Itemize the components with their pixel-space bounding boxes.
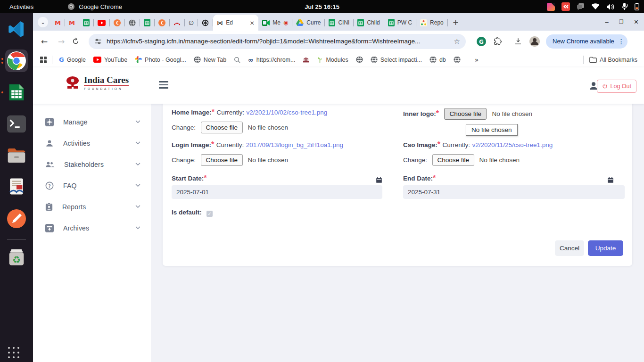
- dock-terminal-icon[interactable]: [5, 113, 28, 135]
- bookmark-photo-googl[interactable]: Photo - Googl...: [135, 56, 186, 63]
- bookmark-search[interactable]: [234, 57, 240, 63]
- dock-libreoffice-calc-icon[interactable]: [5, 81, 28, 104]
- wifi-icon[interactable]: [591, 3, 600, 10]
- brand-subtitle: FOUNDATION: [84, 87, 129, 90]
- bookmark-google[interactable]: GGoogle: [59, 56, 86, 63]
- tab-curre[interactable]: Curre: [292, 15, 324, 31]
- pinned-tab-gmail[interactable]: M: [51, 16, 65, 30]
- all-bookmarks-folder[interactable]: All Bookmarks: [589, 57, 637, 63]
- forward-button[interactable]: →: [55, 37, 68, 46]
- cso-image-choose-file-button[interactable]: Choose file: [432, 154, 475, 166]
- restore-button[interactable]: ❐: [619, 19, 624, 25]
- reload-button[interactable]: [72, 37, 85, 45]
- grammarly-extension-icon[interactable]: G: [476, 36, 487, 47]
- start-date-calendar-icon[interactable]: [376, 177, 382, 183]
- sidebar-item-stakeholders[interactable]: Stakeholders: [33, 154, 151, 175]
- people-icon: [45, 161, 55, 168]
- battery-icon[interactable]: [635, 3, 639, 10]
- bookmark-globe-dark[interactable]: [356, 56, 363, 63]
- dock-files-icon[interactable]: [5, 144, 28, 167]
- back-button[interactable]: ←: [38, 37, 51, 46]
- bookmark-star-icon[interactable]: ☆: [454, 37, 460, 46]
- dock-postman-icon[interactable]: [5, 207, 28, 230]
- end-date-calendar-icon[interactable]: [607, 177, 614, 183]
- volume-icon[interactable]: [606, 3, 615, 10]
- dock-vscode-icon[interactable]: [5, 18, 28, 41]
- anydesk-icon[interactable]: [561, 2, 570, 11]
- menu-dots-icon[interactable]: ⋮: [618, 38, 625, 45]
- is-default-checkbox[interactable]: ✓: [206, 211, 213, 217]
- bookmark-db[interactable]: db: [429, 56, 446, 63]
- tab-search-button[interactable]: ⌄: [38, 17, 48, 27]
- bookmark-select-impacti[interactable]: Select impacti...: [371, 56, 422, 63]
- new-tab-button[interactable]: +: [453, 18, 459, 27]
- app-header: India Cares FOUNDATION Log Out: [33, 67, 644, 104]
- close-button[interactable]: ×: [634, 18, 638, 26]
- tab-pw-c[interactable]: PW C: [384, 15, 416, 31]
- inner-logo-choose-file-button[interactable]: Choose file: [444, 108, 487, 120]
- pinned-tab-sheets[interactable]: [79, 16, 93, 30]
- home-image-choose-file-button[interactable]: Choose file: [201, 122, 243, 133]
- bookmarks-overflow-chevron[interactable]: »: [475, 56, 479, 64]
- pinned-tab-sheets[interactable]: [140, 16, 154, 30]
- apps-grid-icon[interactable]: [40, 56, 47, 64]
- home-image-current-link[interactable]: v2/2021/10/02/cso-tree1.png: [246, 109, 327, 116]
- chevron-down-icon: [135, 141, 140, 145]
- start-date-input[interactable]: 2025-07-01: [172, 185, 382, 199]
- cso-image-current-link[interactable]: v2/2020/11/25/cso-tree1.png: [472, 141, 553, 148]
- dock-chrome-icon[interactable]: [5, 49, 28, 72]
- tab-strip: ⌄ MM∅ ⋈ Ed × Me◉CurreCINIChildPW CRepo +…: [33, 13, 644, 31]
- url-text[interactable]: https://icfnv5-staging.icfn.in/manage-se…: [107, 38, 450, 45]
- sidebar-item-reports[interactable]: Reports: [33, 196, 151, 217]
- chrome-update-pill[interactable]: New Chrome available ⋮: [546, 34, 627, 49]
- sidebar-item-faq[interactable]: ?FAQ: [33, 175, 151, 196]
- show-applications-button[interactable]: [8, 347, 19, 358]
- sidebar-item-manage[interactable]: Manage: [33, 111, 151, 132]
- sidebar-item-activities[interactable]: Activities: [33, 132, 151, 154]
- pinned-tab-icf-orange[interactable]: [155, 16, 169, 30]
- login-image-current-link[interactable]: 2017/09/13/login_bg_2iH1oa1.png: [246, 141, 343, 148]
- bookmark-globe-dark[interactable]: [454, 56, 461, 63]
- sidebar-item-archives[interactable]: Archives: [33, 217, 151, 239]
- pinned-tab-arc-red[interactable]: [170, 16, 184, 30]
- end-date-input[interactable]: 2025-07-31: [403, 185, 625, 199]
- address-bar[interactable]: https://icfnv5-staging.icfn.in/manage-se…: [89, 34, 466, 49]
- bookmark-modules[interactable]: Modules: [317, 57, 348, 63]
- active-tab[interactable]: ⋈ Ed ×: [213, 15, 258, 31]
- brand-logo[interactable]: India Cares FOUNDATION: [65, 75, 129, 90]
- microphone-icon[interactable]: [621, 3, 628, 10]
- extensions-puzzle-icon[interactable]: [493, 37, 502, 46]
- bookmark-https-chrom[interactable]: ∞https://chrom...: [248, 56, 295, 64]
- dock-trash-icon[interactable]: ♻: [5, 246, 28, 269]
- pinned-tab-gmail[interactable]: M: [65, 16, 79, 30]
- hamburger-menu-icon[interactable]: [159, 81, 168, 89]
- bookmark-new-tab[interactable]: New Tab: [194, 56, 226, 63]
- pinned-tab-openai[interactable]: [198, 16, 213, 30]
- tab-cini[interactable]: CINI: [325, 15, 353, 31]
- tab-me[interactable]: Me◉: [258, 15, 292, 31]
- profile-avatar[interactable]: [529, 36, 540, 47]
- pinned-tab-nullset[interactable]: ∅: [185, 16, 198, 30]
- chat-icon[interactable]: [577, 3, 585, 10]
- downloads-icon[interactable]: [514, 37, 522, 46]
- site-settings-icon[interactable]: [94, 38, 102, 45]
- update-button[interactable]: Update: [588, 240, 623, 256]
- bookmark-monument[interactable]: [303, 57, 309, 63]
- bookmark-youtube[interactable]: YouTube: [93, 57, 127, 63]
- tab-repo[interactable]: Repo: [416, 15, 447, 31]
- tab-child[interactable]: Child: [354, 15, 383, 31]
- login-image-choose-file-button[interactable]: Choose file: [201, 154, 243, 166]
- pinned-tab-icf-orange[interactable]: [110, 16, 124, 30]
- system-tray[interactable]: [547, 0, 639, 13]
- pinned-tab-globe-dark[interactable]: [125, 16, 140, 30]
- dock-document-viewer-icon[interactable]: [5, 176, 28, 198]
- minimize-button[interactable]: –: [605, 18, 609, 25]
- toolbox-icon[interactable]: [547, 3, 555, 11]
- cancel-button[interactable]: Cancel: [555, 240, 584, 256]
- logout-button[interactable]: Log Out: [597, 80, 636, 93]
- pinned-tab-youtube[interactable]: [94, 16, 109, 30]
- clipboard-icon: [45, 203, 53, 211]
- bowtie-favicon: ⋈: [217, 19, 223, 26]
- bookmarks-bar: GGoogleYouTubePhoto - Googl...New Tab∞ht…: [33, 52, 644, 67]
- tab-close-icon[interactable]: ×: [249, 19, 255, 26]
